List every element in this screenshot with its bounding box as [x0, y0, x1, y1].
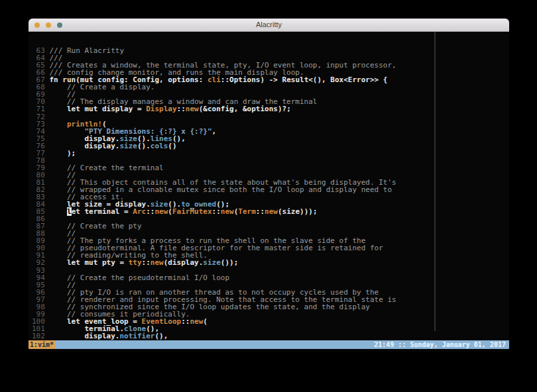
code-segment: ()); — [221, 258, 239, 267]
code-segment: (). — [137, 142, 150, 150]
code-segment: Display — [146, 105, 176, 113]
code-segment: size — [119, 142, 137, 150]
code-segment: new — [150, 258, 164, 267]
tmux-window-tab[interactable]: 1:vim* — [29, 340, 55, 349]
code-segment: let mut pty = — [50, 258, 129, 267]
code-segment: size — [203, 258, 221, 267]
code-line: 85 let terminal = Arc::new(FairMutex::ne… — [32, 208, 509, 215]
code-segment: let mut display = — [50, 105, 147, 113]
code-line: 77 ); — [32, 150, 509, 157]
code-segment: (), — [154, 332, 168, 340]
code-segment: ); — [50, 149, 76, 158]
code-segment: :: — [212, 207, 221, 216]
code-line: 76 display.size().cols() — [32, 142, 509, 150]
zoom-button[interactable] — [57, 23, 62, 28]
code-segment: :: — [256, 207, 265, 216]
code-segment: new — [190, 317, 203, 326]
alacritty-window: Alacritty 63 /// Run Alacritty 64 /// 65… — [29, 19, 509, 352]
title-bar[interactable]: Alacritty — [29, 19, 509, 32]
code-segment: (display. — [164, 258, 204, 267]
code-segment: ::Options) -> Result<(), Box<Error>> { — [221, 75, 388, 84]
code-segment: ( — [168, 207, 172, 216]
window-title: Alacritty — [256, 19, 282, 31]
code-line: 79 // Create the terminal — [32, 164, 509, 172]
code-segment: :: — [181, 317, 190, 326]
code-line: 94 // Create the pseudoterminal I/O loop — [32, 274, 509, 281]
tmux-status-bar: 1:vim* 21:49 :: Sunday, January 01, 2017 — [29, 340, 509, 349]
code-segment: () — [168, 142, 176, 150]
desktop-background: Alacritty 63 /// Run Alacritty 64 /// 65… — [0, 0, 537, 392]
code-segment: // Create the pseudoterminal I/O loop — [50, 273, 230, 282]
code-segment: et terminal = — [72, 207, 133, 216]
code-segment: new — [265, 207, 278, 216]
code-segment: :: — [146, 207, 154, 216]
code-segment: cols — [150, 142, 168, 150]
code-segment: cli — [208, 75, 221, 84]
code-line: 92 let mut pty = tty::new(display.size()… — [32, 259, 509, 266]
code-segment: :: — [142, 258, 150, 267]
vertical-split-divider[interactable] — [434, 32, 436, 331]
code-segment: , — [212, 127, 217, 136]
code-area: 63 /// Run Alacritty 64 /// 65 /// Creat… — [32, 47, 509, 347]
terminal-viewport[interactable]: 63 /// Run Alacritty 64 /// 65 /// Creat… — [29, 32, 509, 352]
traffic-lights — [34, 19, 62, 31]
code-segment: tty — [129, 258, 142, 267]
code-segment: FairMutex — [172, 207, 212, 216]
code-segment: new — [186, 105, 199, 113]
code-line: 87 // Create the pty — [32, 222, 509, 230]
close-button[interactable] — [34, 23, 40, 28]
code-line: 68 // Create a display. — [32, 83, 509, 91]
code-segment: (&config, &options)?; — [199, 105, 291, 113]
minimize-button[interactable] — [46, 23, 51, 28]
code-segment: ( — [203, 317, 208, 326]
vim-cursor: l — [67, 207, 72, 216]
code-segment: :: — [177, 105, 186, 113]
code-segment — [50, 207, 68, 216]
tmux-clock: 21:49 :: Sunday, January 01, 2017 — [374, 340, 509, 349]
code-segment: Arc — [133, 207, 146, 216]
code-line: 63 /// Run Alacritty — [32, 47, 509, 54]
code-segment: (size))); — [278, 207, 318, 216]
code-segment: Term — [238, 207, 256, 216]
code-segment: new — [221, 207, 234, 216]
code-line: 71 let mut display = Display::new(&confi… — [32, 105, 509, 113]
code-segment: new — [154, 207, 168, 216]
